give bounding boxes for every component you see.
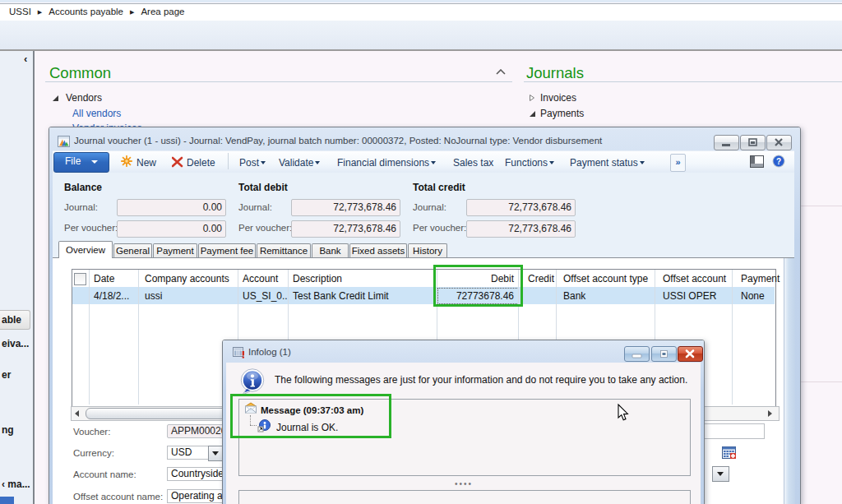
svg-text:?: ? <box>776 157 781 166</box>
